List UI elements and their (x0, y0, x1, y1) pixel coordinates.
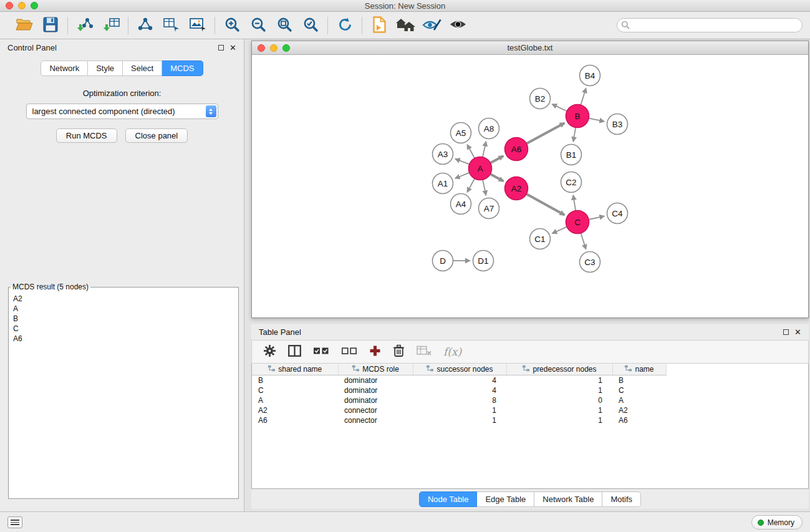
table-cell[interactable]: A2 (612, 405, 666, 415)
graph-node-A3[interactable]: A3 (433, 144, 453, 165)
select-all-button[interactable] (313, 346, 329, 357)
edge-A-A2[interactable] (490, 174, 503, 181)
graph-node-D[interactable]: D (433, 251, 453, 271)
table-cell[interactable]: 1 (506, 405, 612, 415)
import-table-button[interactable] (100, 16, 122, 36)
graph-node-C2[interactable]: C2 (561, 172, 582, 193)
graph-node-B[interactable]: B (566, 105, 589, 128)
refresh-button[interactable] (334, 16, 355, 36)
edge-B-B3[interactable] (589, 118, 604, 122)
edge-A-A1[interactable] (455, 173, 470, 178)
tab-network-table[interactable]: Network Table (534, 491, 602, 507)
graph-node-A7[interactable]: A7 (479, 198, 499, 219)
new-network-button[interactable] (135, 16, 156, 36)
table-cell[interactable]: 4 (413, 385, 506, 395)
houses-button[interactable] (395, 16, 416, 36)
minimize-window-button[interactable] (18, 2, 26, 9)
table-cell[interactable]: 1 (413, 415, 506, 425)
tab-style[interactable]: Style (88, 60, 123, 76)
tab-motifs[interactable]: Motifs (602, 491, 641, 507)
close-panel-icon[interactable]: ✕ (229, 44, 236, 52)
tab-network[interactable]: Network (41, 60, 88, 76)
edge-A-A3[interactable] (455, 159, 470, 165)
close-window-button[interactable] (6, 2, 13, 9)
table-cell[interactable]: B (252, 375, 338, 386)
edge-C-C1[interactable] (552, 227, 567, 234)
table-cell[interactable]: dominator (338, 385, 413, 395)
clone-network-button[interactable] (161, 16, 182, 36)
function-builder-button[interactable]: f(x) (443, 346, 461, 358)
add-column-button[interactable] (369, 345, 381, 359)
table-cell[interactable]: 1 (413, 405, 506, 415)
criterion-dropdown[interactable]: largest connected component (directed) (26, 104, 218, 119)
network-zoom-button[interactable] (282, 44, 290, 52)
result-item[interactable]: C (13, 324, 237, 334)
result-item[interactable]: A6 (13, 334, 237, 344)
zoom-selected-button[interactable] (300, 16, 321, 36)
network-minimize-button[interactable] (270, 44, 277, 52)
table-cell[interactable]: C (252, 385, 338, 395)
edge-A-A5[interactable] (467, 145, 475, 158)
delete-column-button[interactable] (393, 344, 405, 359)
result-item[interactable]: A (13, 304, 237, 314)
import-network-button[interactable] (74, 16, 95, 36)
column-header[interactable]: name (612, 364, 666, 375)
graph-node-A[interactable]: A (469, 157, 492, 180)
graph-node-A6[interactable]: A6 (505, 138, 528, 161)
unselect-all-button[interactable] (341, 346, 357, 357)
table-cell[interactable]: 1 (506, 385, 612, 395)
table-cell[interactable]: 0 (506, 395, 612, 405)
column-header[interactable]: predecessor nodes (506, 364, 612, 375)
table-cell[interactable]: A (252, 395, 338, 405)
edge-A-A7[interactable] (483, 180, 486, 195)
edge-A-A8[interactable] (483, 142, 486, 157)
graph-node-C3[interactable]: C3 (580, 252, 600, 273)
graph-node-B3[interactable]: B3 (607, 114, 628, 135)
table-cell[interactable]: 1 (506, 415, 612, 425)
graph-node-A4[interactable]: A4 (451, 194, 471, 215)
edge-B-B1[interactable] (573, 127, 576, 142)
zoom-in-button[interactable] (221, 16, 243, 36)
graph-node-D1[interactable]: D1 (473, 251, 494, 271)
close-panel-button[interactable]: Close panel (125, 128, 188, 143)
show-panels-button[interactable] (7, 516, 22, 528)
tab-node-table[interactable]: Node Table (419, 491, 478, 507)
table-cell[interactable]: connector (338, 415, 413, 425)
eye-pen-button[interactable] (421, 16, 442, 36)
tab-select[interactable]: Select (123, 60, 162, 76)
graph-node-A2[interactable]: A2 (505, 177, 528, 200)
table-float-button[interactable] (783, 329, 789, 335)
table-cell[interactable]: connector (338, 405, 413, 415)
edge-A6-B[interactable] (526, 123, 564, 143)
graph-node-B1[interactable]: B1 (561, 145, 582, 165)
zoom-fit-button[interactable] (274, 16, 295, 36)
edge-A-A6[interactable] (490, 156, 503, 163)
graph-node-C1[interactable]: C1 (530, 229, 551, 249)
table-cell[interactable]: 8 (413, 395, 506, 405)
gear-button[interactable] (263, 344, 276, 359)
table-cell[interactable]: 4 (413, 375, 506, 386)
graph-node-B4[interactable]: B4 (580, 65, 600, 86)
table-close-icon[interactable]: ✕ (794, 328, 801, 336)
network-graph-svg[interactable]: B4B2BB3A5A8A6B1A3AC2A1A2A4A7C4CC1C3DD1 (252, 55, 808, 317)
graph-node-C[interactable]: C (566, 211, 589, 234)
edge-A2-C[interactable] (526, 194, 564, 215)
tab-edge-table[interactable]: Edge Table (477, 491, 534, 507)
table-cell[interactable]: dominator (338, 395, 413, 405)
run-mcds-button[interactable]: Run MCDS (56, 128, 117, 143)
table-cell[interactable]: B (612, 375, 666, 386)
edge-B-B4[interactable] (581, 89, 586, 105)
network-canvas[interactable]: B4B2BB3A5A8A6B1A3AC2A1A2A4A7C4CC1C3DD1 (252, 55, 808, 317)
edge-A-A4[interactable] (467, 178, 475, 192)
table-cell[interactable]: A6 (252, 415, 338, 425)
save-button[interactable] (40, 16, 61, 36)
edge-C-C3[interactable] (581, 233, 586, 249)
table-cell[interactable]: A6 (612, 415, 666, 425)
table-cell[interactable]: C (612, 385, 666, 395)
graph-node-A8[interactable]: A8 (479, 118, 499, 139)
columns-button[interactable] (288, 345, 301, 359)
edge-B-B2[interactable] (552, 104, 567, 111)
eye-button[interactable] (447, 16, 468, 36)
graph-node-A1[interactable]: A1 (433, 173, 453, 194)
column-header[interactable]: MCDS role (338, 364, 413, 375)
